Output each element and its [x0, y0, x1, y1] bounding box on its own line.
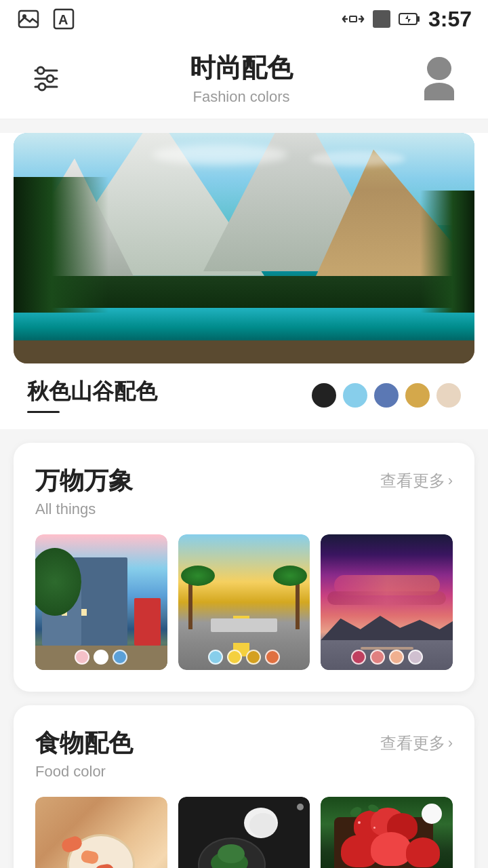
hero-bottom: 秋色山谷配色: [0, 363, 488, 429]
nav-title: 时尚配色 Fashion colors: [190, 51, 293, 106]
all-things-title-zh: 万物万象: [35, 465, 133, 498]
user-avatar[interactable]: [418, 57, 461, 100]
color-dot: [370, 650, 385, 665]
font-icon: A: [52, 7, 76, 31]
food-item-2[interactable]: [321, 797, 453, 868]
food-item-0[interactable]: [35, 797, 167, 868]
color-swatch-beige: [436, 383, 461, 408]
color-dot: [408, 650, 423, 665]
chevron-right-icon-food: ›: [448, 734, 453, 752]
avatar-head: [427, 57, 451, 81]
all-things-item-0[interactable]: [35, 534, 167, 670]
food-color-title-zh: 食物配色: [35, 727, 133, 760]
food-color-header: 食物配色 Food color 查看更多 ›: [35, 727, 453, 781]
item-0-colors: [75, 650, 127, 665]
color-swatch-skyblue: [343, 383, 367, 408]
color-swatch-golden: [405, 383, 430, 408]
svg-rect-0: [19, 11, 38, 27]
food-color-more-button[interactable]: 查看更多 ›: [380, 732, 453, 754]
color-swatch-blue: [374, 383, 399, 408]
all-things-more-button[interactable]: 查看更多 ›: [380, 470, 453, 492]
settings-icon[interactable]: [27, 60, 65, 98]
food-color-more-label: 查看更多: [380, 732, 445, 754]
app-title-zh: 时尚配色: [190, 51, 293, 85]
color-dot: [113, 650, 127, 665]
color-dot: [265, 650, 280, 665]
signal-icon: [342, 12, 365, 26]
item-1-colors: [208, 650, 280, 665]
color-swatch-black: [312, 383, 336, 408]
svg-rect-7: [417, 16, 420, 22]
app-title-en: Fashion colors: [190, 88, 293, 106]
all-things-item-1[interactable]: [178, 534, 310, 670]
food-color-grid: [35, 797, 453, 868]
status-bar: A 3:57: [0, 0, 488, 38]
color-dot: [208, 650, 223, 665]
food-color-title-en: Food color: [35, 763, 133, 781]
svg-text:A: A: [58, 12, 68, 27]
color-dot: [351, 650, 366, 665]
hero-image[interactable]: [14, 133, 474, 363]
svg-point-11: [37, 67, 44, 74]
avatar-body: [424, 83, 454, 100]
all-things-title-wrap: 万物万象 All things: [35, 465, 133, 518]
all-things-section: 万物万象 All things 查看更多 ›: [14, 443, 474, 692]
hero-color-palette: [312, 383, 461, 408]
color-dot: [389, 650, 404, 665]
all-things-header: 万物万象 All things 查看更多 ›: [35, 465, 453, 518]
color-dot: [227, 650, 242, 665]
all-things-title-en: All things: [35, 500, 133, 518]
food-color-title-wrap: 食物配色 Food color: [35, 727, 133, 781]
food-color-section: 食物配色 Food color 查看更多 ›: [14, 705, 474, 868]
svg-rect-5: [373, 10, 390, 28]
chevron-right-icon: ›: [448, 472, 453, 490]
hero-title-underline: [27, 411, 60, 413]
food-item-1[interactable]: [178, 797, 310, 868]
top-navigation: 时尚配色 Fashion colors: [0, 38, 488, 119]
hero-title: 秋色山谷配色: [27, 377, 157, 407]
status-left-icons: A: [16, 7, 76, 31]
color-dot: [94, 650, 108, 665]
status-right-icons: 3:57: [342, 7, 472, 32]
hero-section: 秋色山谷配色: [0, 133, 488, 429]
all-things-more-label: 查看更多: [380, 470, 445, 492]
svg-point-12: [47, 75, 54, 82]
status-time: 3:57: [428, 7, 472, 32]
all-things-grid: [35, 534, 453, 670]
image-icon: [16, 7, 41, 31]
item-2-colors: [351, 650, 423, 665]
all-things-item-2[interactable]: [321, 534, 453, 670]
battery-icon: [399, 12, 420, 26]
wifi-off-icon: [373, 10, 390, 28]
color-dot: [246, 650, 261, 665]
svg-rect-4: [350, 16, 357, 22]
color-dot: [75, 650, 89, 665]
hero-title-wrap: 秋色山谷配色: [27, 377, 157, 413]
svg-point-13: [39, 83, 45, 90]
